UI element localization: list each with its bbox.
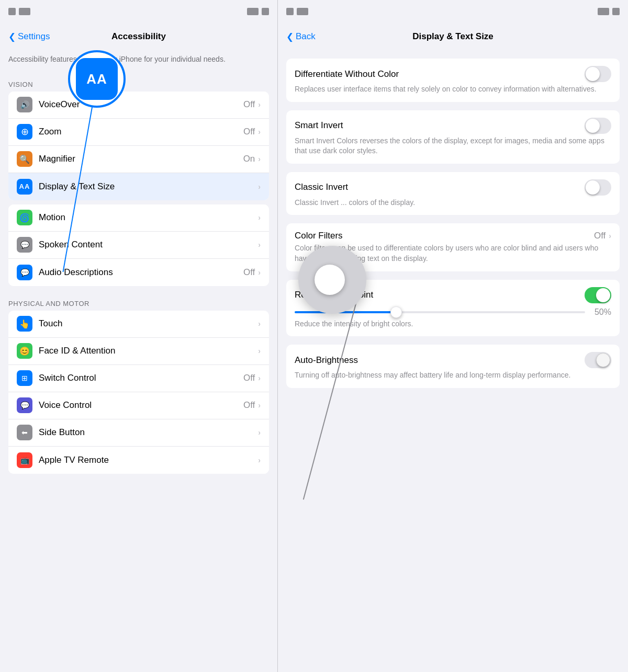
motion-cell[interactable]: 🌀 Motion › [8,204,269,232]
touch-cell[interactable]: 👆 Touch › [8,311,269,338]
display-text-size-icon-glyph: AA [19,183,30,190]
face-id-attention-chevron: › [258,347,261,355]
spoken-content-cell[interactable]: 💬 Spoken Content › [8,232,269,259]
smart-invert-group: Smart Invert Smart Invert Colors reverse… [286,110,620,164]
motion-icon-glyph: 🌀 [19,213,30,223]
aa-icon-bg: AA [76,58,118,100]
magnifier-label: Magnifier [39,154,243,164]
display-text-size-icon: AA [17,179,32,195]
right-panel: ❮ Back Display & Text Size Differentiate… [277,0,628,672]
touch-label: Touch [39,318,258,329]
smart-invert-toggle[interactable] [585,118,611,134]
face-id-attention-cell[interactable]: 😊 Face ID & Attention › [8,338,269,365]
voiceover-icon: 🔊 [17,97,32,112]
display-text-size-chevron: › [258,183,261,191]
right-nav-title: Display & Text Size [412,31,494,42]
apple-tv-remote-cell[interactable]: 📺 Apple TV Remote › [8,447,269,474]
differentiate-without-color-toggle-thumb [586,67,600,81]
touch-icon: 👆 [17,316,32,332]
right-content-scroll[interactable]: Differentiate Without Color Replaces use… [278,50,628,672]
smart-invert-row: Smart Invert [295,118,611,134]
voiceover-value: Off [243,99,255,110]
reduce-white-point-toggle-thumb [596,288,610,302]
reduce-white-point-toggle[interactable] [585,287,611,303]
voiceover-chevron: › [258,100,261,109]
switch-control-chevron: › [258,374,261,382]
physical-motor-group: 👆 Touch › 😊 Face ID & Attention › ⊞ Swit… [8,311,269,474]
differentiate-without-color-row: Differentiate Without Color [295,66,611,82]
accessibility-intro-text: Accessibility features help ... your iPh… [0,50,277,71]
magnifier-value: On [243,154,255,164]
zoom-cell[interactable]: ⊕ Zoom Off › [8,119,269,146]
classic-invert-toggle-thumb [586,180,600,195]
classic-invert-title: Classic Invert [295,182,348,192]
spoken-content-chevron: › [258,241,261,249]
differentiate-without-color-title: Differentiate Without Color [295,69,399,79]
side-button-icon: ⬅ [17,425,32,440]
reduce-white-point-slider-thumb[interactable] [390,306,402,318]
color-filters-nav: Off › [594,231,611,241]
face-id-icon: 😊 [17,343,32,359]
side-button-cell[interactable]: ⬅ Side Button › [8,419,269,447]
zoom-icon-glyph: ⊕ [21,126,29,138]
motion-chevron: › [258,213,261,222]
classic-invert-desc: Classic Invert ... colors of the display… [295,198,611,208]
differentiate-without-color-desc: Replaces user interface items that rely … [295,84,611,95]
chevron-left-icon: ❮ [8,31,16,42]
auto-brightness-desc: Turning off auto-brightness may affect b… [295,370,611,381]
physical-motor-section-header: PHYSICAL AND MOTOR [0,290,277,311]
spoken-content-icon-glyph: 💬 [20,241,29,249]
zoom-chevron: › [258,128,261,136]
status-rect-3 [247,8,259,15]
settings-back-label[interactable]: Settings [18,31,50,42]
motion-group: 🌀 Motion › 💬 Spoken Content › 💬 Audio De… [8,204,269,286]
magnifier-cell[interactable]: 🔍 Magnifier On › [8,146,269,173]
classic-invert-row: Classic Invert [295,179,611,196]
audio-descriptions-icon-glyph: 💬 [20,268,29,277]
spoken-content-icon: 💬 [17,237,32,253]
side-button-icon-glyph: ⬅ [21,428,28,437]
audio-descriptions-cell[interactable]: 💬 Audio Descriptions Off › [8,259,269,286]
big-toggle-overlay [298,246,366,314]
left-nav-title: Accessibility [111,31,166,42]
touch-icon-glyph: 👆 [19,319,30,329]
motion-icon: 🌀 [17,210,32,225]
apple-tv-remote-label: Apple TV Remote [39,455,258,465]
switch-control-cell[interactable]: ⊞ Switch Control Off › [8,365,269,392]
differentiate-without-color-toggle[interactable] [585,66,611,82]
zoom-label: Zoom [39,127,243,137]
display-text-size-cell[interactable]: AA Display & Text Size › [8,173,269,200]
status-rect-4 [262,8,269,15]
magnifier-icon: 🔍 [17,151,32,167]
differentiate-without-color-cell: Differentiate Without Color Replaces use… [286,59,620,102]
differentiate-without-color-group: Differentiate Without Color Replaces use… [286,59,620,102]
back-button[interactable]: ❮ Back [286,31,316,42]
right-nav-bar: ❮ Back Display & Text Size [278,23,628,50]
smart-invert-title: Smart Invert [295,120,343,131]
vision-settings-group: 🔊 VoiceOver Off › ⊕ Zoom Off › 🔍 Magnifi… [8,92,269,200]
spoken-content-label: Spoken Content [39,240,258,250]
smart-invert-desc: Smart Invert Colors reverses the colors … [295,136,611,156]
reduce-white-point-slider-value: 50% [590,307,611,317]
auto-brightness-toggle[interactable] [585,352,611,368]
audio-descriptions-icon: 💬 [17,265,32,280]
voice-control-value: Off [243,400,255,411]
voiceover-cell[interactable]: 🔊 VoiceOver Off › [8,92,269,119]
reduce-white-point-desc: Reduce the intensity of bright colors. [295,319,611,329]
settings-back-button[interactable]: ❮ Settings [8,31,50,42]
color-filters-chevron: › [609,232,611,240]
voice-control-cell[interactable]: 💬 Voice Control Off › [8,392,269,419]
smart-invert-toggle-thumb [586,119,600,133]
aa-icon-text: AA [86,71,107,87]
face-id-icon-glyph: 😊 [19,346,30,356]
classic-invert-toggle[interactable] [585,179,611,196]
smart-invert-cell: Smart Invert Smart Invert Colors reverse… [286,110,620,164]
switch-control-label: Switch Control [39,373,243,383]
right-status-rect-2 [297,8,308,15]
back-label[interactable]: Back [296,31,316,42]
right-status-rect-1 [286,8,294,15]
voice-control-chevron: › [258,401,261,409]
left-status-left [8,8,30,15]
voice-control-icon-glyph: 💬 [20,401,29,409]
auto-brightness-cell: Auto-Brightness Turning off auto-brightn… [286,345,620,388]
